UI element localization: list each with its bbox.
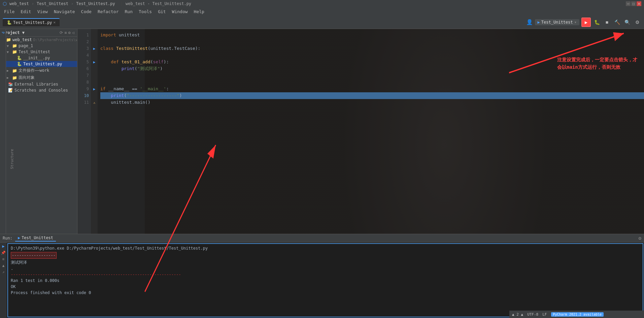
tree-item-scratches[interactable]: ▶ 📝 Scratches and Consoles [0, 87, 77, 93]
run-output: D:\Python39\python.exe D:/PycharmProject… [7, 243, 643, 317]
expand-arrow: ▶ [7, 76, 11, 80]
code-line-3: class TestUnittest(unittest.TestCase): [100, 45, 644, 52]
menubar-item-tools[interactable]: Tools [136, 8, 155, 15]
menubar-item-git[interactable]: Git [155, 8, 168, 15]
tree-item-web_test[interactable]: ▼ 📁 web_test D:\PycharmProjects\web_te..… [0, 37, 77, 43]
menubar-item-view[interactable]: View [35, 8, 50, 15]
run-panel: Run: ▶ Test_Unittest ⚙ ▶ 📌 ≡ ▲ ↗ D:\Pyth… [0, 234, 644, 318]
tab-close-icon[interactable]: ✕ [54, 20, 56, 25]
tree-item-label: 面向对象 [19, 75, 35, 81]
warning-icon: ⚠ [93, 101, 95, 104]
output-line-6: Ran 1 test in 0.000s [11, 278, 640, 284]
search-button[interactable]: 🔍 [623, 18, 631, 26]
run-label: Run: [3, 236, 12, 241]
line-col-indicator[interactable]: ▲ 2 ▲ [512, 312, 523, 317]
project-icon[interactable]: P [1, 32, 5, 34]
minimize-button[interactable]: ─ [626, 1, 631, 6]
build-button[interactable]: 🔨 [613, 18, 621, 26]
titlebar: ⬡ web_test › Test_Unittest › Test_Unitte… [0, 0, 644, 7]
tree-item-files[interactable]: ▶ 📁 文件操作——work [0, 67, 77, 74]
titlebar-left: ⬡ web_test › Test_Unittest › Test_Unitte… [3, 1, 191, 6]
maximize-button[interactable]: □ [631, 1, 636, 6]
code-line-4 [100, 52, 644, 59]
pin-icon[interactable]: 📌 [1, 251, 6, 255]
run-button[interactable]: ▶ [581, 18, 591, 27]
menubar-item-edit[interactable]: Edit [18, 8, 34, 15]
up-icon[interactable]: ▲ [2, 263, 5, 268]
active-tab[interactable]: 🐍 Test_Unittest.py ✕ [3, 18, 60, 26]
output-line-4: . [11, 265, 640, 272]
menubar-item-navigate[interactable]: Navigate [51, 8, 78, 15]
menubar-item-code[interactable]: Code [78, 8, 94, 15]
tree-item-test-unittest[interactable]: ▼ 📁 Test_Unittest [0, 49, 77, 55]
menubar-item-help[interactable]: Help [191, 8, 207, 15]
tree-item-init-py[interactable]: ▶ 🐍 __init__.py [0, 55, 77, 61]
gear-icon[interactable]: ⚙ [68, 30, 71, 35]
close-button[interactable]: ✕ [637, 1, 641, 6]
output-line-10: Process finished with exit code 0 [11, 290, 640, 296]
tab-file-icon: 🐍 [7, 20, 12, 25]
run-marker-3[interactable]: ▶ [91, 45, 98, 52]
output-line-1: D:\Python39\python.exe D:/PycharmProject… [11, 245, 640, 251]
run-config-selector[interactable]: ▶ Test_Unittest ▾ [535, 19, 579, 25]
run-marker-9[interactable]: ▶ [91, 86, 98, 92]
line-sep-indicator[interactable]: LF [542, 312, 547, 317]
tree-item-label: web_test [12, 37, 32, 42]
left-icon-panel: P [0, 29, 6, 234]
run-icon: ▶ [585, 20, 587, 25]
code-line-8 [100, 79, 644, 86]
debug-button[interactable]: 🐛 [593, 18, 601, 26]
external-icon[interactable]: ↗ [2, 270, 5, 274]
expand-arrow: ▶ [7, 69, 11, 72]
dropdown-icon: ▾ [574, 20, 577, 25]
expand-arrow: ▼ [7, 50, 11, 54]
output-line-8: OK [11, 284, 640, 290]
run-again-icon[interactable]: ▶ [2, 244, 4, 249]
tree-item-test-unittest-py[interactable]: ▶ 🐍 Test_Unittest.py [0, 61, 77, 67]
module-name: Test_Unittest [37, 1, 68, 6]
python-file-icon: 🐍 [17, 62, 22, 66]
run-marker-5[interactable]: ▶ [91, 59, 98, 65]
menubar: File Edit View Navigate Code Refactor Ru… [0, 7, 644, 15]
folder-icon: 📁 [12, 50, 17, 54]
run-tab-icon: ▶ [18, 235, 20, 240]
account-icon[interactable]: 👤 [526, 19, 533, 25]
hide-icon[interactable]: ◁ [72, 30, 74, 35]
tree-item-external-libs[interactable]: ▶ 📚 External Libraries [0, 81, 77, 87]
sidebar-header-icons: ⟳ ≡ ⚙ ◁ [60, 30, 74, 35]
folder-icon: 📁 [12, 68, 17, 73]
tree-item-page1[interactable]: ▼ 📁 page_1 [0, 43, 77, 49]
folder-icon: 📁 [6, 37, 11, 42]
code-line-7 [100, 72, 644, 79]
code-line-5: def test_01_add(self): [100, 59, 644, 65]
code-line-2 [100, 38, 644, 45]
python-file-icon: 🐍 [17, 56, 22, 60]
menubar-item-run[interactable]: Run [122, 8, 135, 15]
run-tab-active[interactable]: ▶ Test_Unittest [15, 235, 56, 242]
window-title: web_test - Test_Unittest.py [126, 1, 191, 6]
file-name-breadcrumb: Test_Unittest.py [76, 1, 115, 6]
toolbar-actions: 👤 ▶ Test_Unittest ▾ ▶ 🐛 ■ 🔨 🔍 ⚙ [526, 18, 641, 27]
menubar-item-file[interactable]: File [1, 8, 17, 15]
expand-arrow: ▼ [7, 44, 11, 48]
settings-button[interactable]: ⚙ [633, 18, 641, 26]
stop-button[interactable]: ■ [603, 18, 611, 26]
output-line-2: ------------------ [12, 253, 56, 258]
tree-item-oop[interactable]: ▶ 📁 面向对象 [0, 74, 77, 81]
structure-tab[interactable]: Structure [9, 147, 15, 171]
encoding-indicator[interactable]: UTF-8 [527, 312, 538, 317]
sync-icon[interactable]: ⟳ [60, 30, 63, 35]
menubar-item-window[interactable]: Window [169, 8, 191, 15]
tab-label: Test_Unittest.py [13, 20, 52, 25]
filter-icon[interactable]: ≡ [2, 257, 5, 261]
code-line-1: import unittest [100, 32, 644, 38]
run-settings-icon[interactable]: ⚙ [639, 235, 641, 241]
tree-item-label: Test_Unittest [19, 50, 50, 54]
app-logo: ⬡ [3, 1, 7, 6]
update-badge[interactable]: PyCharm 2021.2 available [551, 312, 604, 317]
libs-icon: 📚 [8, 82, 13, 87]
statusbar: ▲ 2 ▲ UTF-8 LF PyCharm 2021.2 available [509, 311, 644, 318]
menubar-item-refactor[interactable]: Refactor [95, 8, 122, 15]
folder-icon: 📁 [12, 43, 17, 48]
expand-icon[interactable]: ≡ [64, 30, 67, 35]
